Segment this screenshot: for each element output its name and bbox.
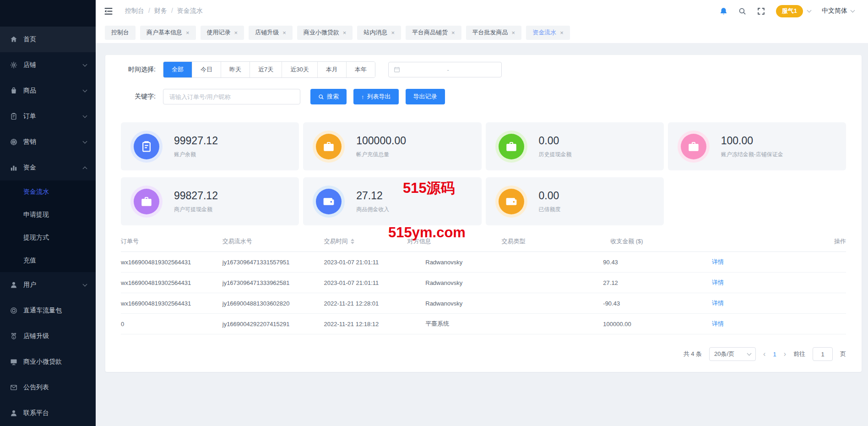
close-icon[interactable] [560,30,564,36]
breadcrumb-item[interactable]: 控制台 [125,7,144,15]
sidebar-menu-top: 首页 店铺 商品 订单 营销 [0,27,96,180]
stat-label: 商户可提现金额 [174,206,218,213]
cell-order-no: 0 [121,321,222,328]
close-icon[interactable] [391,30,395,36]
detail-link[interactable]: 详情 [712,279,846,287]
cell-order-no: wx1669004819302564431 [121,300,222,307]
submenu-item[interactable]: 申请提现 [0,203,96,226]
stat-label: 已借额度 [539,206,561,213]
close-icon[interactable] [282,30,286,36]
table-column-header[interactable]: 对方信息 [407,237,502,246]
page-tab[interactable]: 商户基本信息 [140,26,196,40]
time-range-button[interactable]: 本年 [347,62,375,77]
time-range-button[interactable]: 今日 [192,62,221,77]
sidebar: 首页 店铺 商品 订单 营销 [0,0,96,426]
page-tab[interactable]: 商业小微贷款 [297,26,353,40]
time-range-button-label: 昨天 [229,66,241,74]
stat-card: 100.00 账户冻结金额-店铺保证金 [668,122,846,170]
page-tab[interactable]: 资金流水 [526,26,570,40]
table-column-header[interactable]: 交易流水号 [222,237,324,246]
time-range-button[interactable]: 本月 [318,62,347,77]
sidebar-item-label: 营销 [23,138,36,146]
time-range-button[interactable]: 全部 [163,62,192,77]
notification-bell-icon[interactable] [720,7,727,15]
submenu-item[interactable]: 提现方式 [0,226,96,249]
user-menu[interactable]: 服气1 [776,5,811,17]
stat-icon [134,134,159,159]
time-range-button[interactable]: 昨天 [221,62,250,77]
sidebar-item[interactable]: 资金 [0,155,96,180]
detail-link[interactable]: 详情 [712,320,846,328]
search-icon [318,94,324,100]
sidebar-item[interactable]: 联系平台 [0,400,96,426]
search-icon[interactable] [738,7,746,15]
table-column-header[interactable]: 交易时间 [324,237,407,246]
sidebar-item[interactable]: 首页 [0,27,96,52]
current-page[interactable]: 1 [773,351,776,358]
sidebar-item[interactable]: 营销 [0,129,96,155]
tab-label: 站内消息 [363,28,387,37]
export-records-button[interactable]: 导出记录 [406,89,445,104]
collapse-sidebar-icon[interactable] [104,7,113,15]
page-tab[interactable]: 站内消息 [357,26,401,40]
export-records-label: 导出记录 [413,93,437,101]
sidebar-item[interactable]: 店铺 [0,52,96,78]
total-count: 共 4 条 [684,350,702,358]
stat-cards-grid: 99927.12 账户余额 100000.00 帐户充值总量 [121,122,846,225]
search-button[interactable]: 搜索 [310,89,347,104]
sort-icon[interactable] [351,239,354,244]
page-tab[interactable]: 使用记录 [201,26,244,40]
table-row: wx1669004819302564431 jy1673096471331557… [121,252,846,273]
page-tab[interactable]: 平台批发商品 [466,26,522,40]
date-range-picker[interactable]: - [388,62,502,77]
page-tab[interactable]: 平台商品铺货 [406,26,461,40]
menu-icon [10,36,17,43]
sidebar-item[interactable]: 直通车流量包 [0,298,96,323]
close-icon[interactable] [186,30,190,36]
fullscreen-icon[interactable] [757,7,765,15]
submenu-item[interactable]: 充值 [0,249,96,272]
submenu-item-label: 资金流水 [23,188,49,196]
export-list-button[interactable]: 列表导出 [353,89,399,104]
close-icon[interactable] [343,30,347,36]
cell-party: 平臺系统 [425,320,509,328]
user-badge[interactable]: 服气1 [776,5,803,17]
close-icon[interactable] [512,30,515,36]
page-tab[interactable]: 店铺升级 [249,26,293,40]
time-range-button[interactable]: 近7天 [250,62,282,77]
cell-party: Radwanovsky [425,300,509,307]
language-selector[interactable]: 中文简体 [822,7,854,15]
sidebar-item[interactable]: 店铺升级 [0,323,96,349]
sidebar-menu-bottom: 用户 直通车流量包 店铺升级 商业小微贷款 公告列表 [0,272,96,426]
next-page-button[interactable] [784,350,786,358]
time-range-button[interactable]: 近30天 [282,62,317,77]
table-column-header[interactable]: 交易类型 [502,237,611,246]
table-column-header[interactable]: 订单号 [121,237,222,246]
page-size-select[interactable]: 20条/页 [709,347,756,361]
close-icon[interactable] [451,30,455,36]
sidebar-item[interactable]: 用户 [0,272,96,298]
time-range-button-label: 全部 [172,66,184,74]
stat-card: 0.00 已借额度 [486,177,664,225]
breadcrumb-item[interactable]: 财务 [144,7,167,15]
sidebar-item[interactable]: 商业小微贷款 [0,349,96,375]
detail-link[interactable]: 详情 [712,258,846,266]
page-tab[interactable]: 控制台 [105,26,136,40]
close-icon[interactable] [234,30,238,36]
table-column-header[interactable]: 收支金额 ($) [610,237,834,246]
time-range-button-group: 全部 今日 昨天 近7天 近30天 本月 [163,61,375,78]
column-label: 交易时间 [324,237,348,246]
keyword-input[interactable] [163,89,300,104]
stat-label: 账户余额 [174,151,218,158]
sidebar-item[interactable]: 订单 [0,104,96,129]
time-range-button-label: 近7天 [258,66,273,74]
detail-link[interactable]: 详情 [712,299,846,307]
cell-flow-no: jy1669004292207415291 [222,321,324,328]
sidebar-item[interactable]: 商品 [0,78,96,104]
menu-icon [10,138,17,146]
prev-page-button[interactable] [763,350,765,358]
table-column-header[interactable]: 操作 [834,237,846,246]
goto-page-input[interactable] [813,347,833,361]
sidebar-item[interactable]: 公告列表 [0,375,96,400]
submenu-item[interactable]: 资金流水 [0,180,96,203]
